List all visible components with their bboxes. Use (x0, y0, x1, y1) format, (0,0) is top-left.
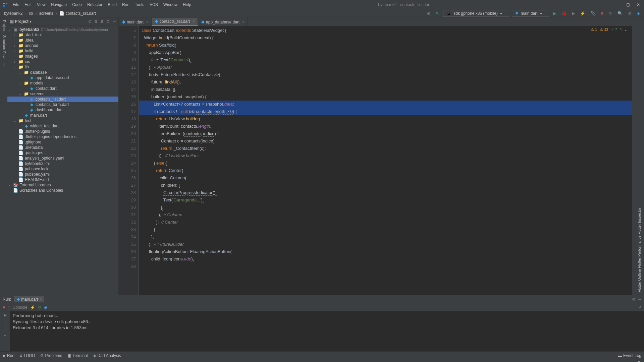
menu-vcs[interactable]: VCS (148, 1, 160, 8)
read-only-icon[interactable]: 🔓 (637, 361, 641, 362)
project-tool-button[interactable]: Project (2, 19, 7, 33)
select-opened-icon[interactable]: ⊙ (88, 19, 92, 24)
tree-item[interactable]: 📄.packages (7, 150, 118, 156)
hide-icon[interactable]: ─ (638, 297, 641, 302)
update-icon[interactable]: ⟳ (607, 11, 613, 16)
menu-build[interactable]: Build (106, 1, 119, 8)
tree-item[interactable]: ›📁android (7, 43, 118, 48)
tree-item[interactable]: ›📁images (7, 54, 118, 59)
wrap-icon[interactable]: ⤶ (3, 333, 7, 338)
problems-tool-button[interactable]: ⊘ Problems (40, 353, 62, 358)
tree-item[interactable]: ⌄📁test (7, 118, 118, 123)
hot-reload-icon[interactable]: ⚡ (30, 305, 35, 310)
expand-all-icon[interactable]: ⇅ (94, 19, 98, 24)
event-log-button[interactable]: ▬ Event Log (618, 353, 641, 358)
restart-icon[interactable]: ↻ (38, 305, 41, 310)
tool-windows-icon[interactable]: ▢ (3, 361, 6, 362)
search-icon[interactable]: 🔍 (616, 11, 624, 16)
close-button[interactable]: ✕ (635, 2, 641, 7)
run-tool-button[interactable]: ▶ Run (3, 353, 14, 358)
stop-icon[interactable]: ■ (600, 11, 605, 16)
structure-tool-button[interactable]: Structure Favorites (2, 34, 7, 68)
stop-icon[interactable]: ■ (3, 305, 5, 310)
tree-item[interactable]: ◆app_database.dart (7, 75, 118, 80)
add-config-icon[interactable]: ⊕ (426, 11, 432, 16)
editor-tab[interactable]: contacts_list.dart × (152, 18, 198, 26)
devtools-icon[interactable]: ◉ (44, 305, 47, 310)
run-tab[interactable]: main.dart × (14, 296, 44, 302)
attach-icon[interactable]: 📎 (589, 11, 597, 16)
settings-icon[interactable]: ⚙ (632, 297, 636, 302)
chevron-up-icon[interactable]: ^ (620, 28, 622, 32)
scrollbar[interactable] (632, 26, 637, 295)
tree-item[interactable]: 📄.metadata (7, 145, 118, 150)
tree-item[interactable]: ◆dashboard.dart (7, 107, 118, 113)
device-selector[interactable]: 📱 sdk gphone x86 (mobile) ▾ (443, 10, 509, 17)
flutter-inspector-icon[interactable]: ◈ (636, 11, 641, 16)
collapse-all-icon[interactable]: ⇵ (100, 19, 104, 24)
terminal-tool-button[interactable]: ▣ Terminal (67, 353, 88, 358)
menu-help[interactable]: Help (181, 1, 193, 8)
soft-wrap-icon[interactable]: ⤶ (638, 305, 641, 310)
project-view-icon[interactable]: ▦ (10, 19, 14, 24)
tree-item[interactable]: 📄bytebank2.iml (7, 161, 118, 166)
tree-item[interactable]: ›📁.dart_tool (7, 32, 118, 38)
maximize-button[interactable]: ▢ (625, 2, 631, 7)
console-tab[interactable]: ▢ Console (8, 305, 27, 310)
tree-item[interactable]: ›📁ios (7, 59, 118, 64)
tree-item[interactable]: 📄analysis_options.yaml (7, 156, 118, 161)
tree-item[interactable]: 📄.flutter-plugins-dependencies (7, 134, 118, 139)
tree-item[interactable]: 📄pubspec.lock (7, 166, 118, 172)
menu-tools[interactable]: Tools (133, 1, 146, 8)
tree-item[interactable]: ◆contact.dart (7, 86, 118, 91)
menu-file[interactable]: File (11, 1, 21, 8)
console-output[interactable]: Performing hot reload...Syncing files to… (10, 311, 644, 351)
tree-item[interactable]: ›📁build (7, 48, 118, 54)
settings-icon[interactable]: ⚙ (627, 11, 633, 16)
down-icon[interactable]: ↓ (4, 326, 6, 331)
menu-run[interactable]: Run (120, 1, 131, 8)
menu-view[interactable]: View (35, 1, 48, 8)
editor-tab[interactable]: main.dart × (119, 18, 152, 26)
menu-navigate[interactable]: Navigate (49, 1, 69, 8)
tree-item[interactable]: 📄README.md (7, 177, 118, 182)
project-panel-title[interactable]: Project (15, 19, 29, 24)
flutter-outline-button[interactable]: Flutter Outline Flutter Performance Flut… (637, 206, 642, 294)
tree-item[interactable]: ⌄📁models (7, 80, 118, 86)
rerun-icon[interactable]: ▶ (4, 313, 7, 317)
run-config-selector[interactable]: main.dart ▾ (512, 10, 549, 17)
editor[interactable]: 5789101112131415161718192021222324252627… (119, 26, 637, 295)
run-icon[interactable]: ▶ (552, 11, 557, 16)
coverage-icon[interactable]: ▶ (571, 11, 576, 16)
settings-icon[interactable]: ⚙ (106, 19, 110, 24)
menu-edit[interactable]: Edit (22, 1, 34, 8)
inspection-widget[interactable]: ⚠ 1 ⚠ 12 ✓ 7 ^ ⌄ (591, 27, 627, 32)
menu-refactor[interactable]: Refactor (85, 1, 104, 8)
tree-item[interactable]: 📄.gitignore (7, 139, 118, 145)
project-root[interactable]: ⌄ ▣ bytebank2 C:\Users\johns\Desktop\Est… (7, 27, 118, 32)
back-icon[interactable]: ↖ (434, 11, 440, 16)
tree-item[interactable]: ◆contatcs_form.dart (7, 102, 118, 107)
todo-tool-button[interactable]: ≡ TODO (20, 353, 35, 358)
chevron-down-icon[interactable]: ⌄ (624, 27, 627, 32)
debug-icon[interactable]: 🐞 (560, 11, 568, 16)
hide-icon[interactable]: ─ (113, 19, 116, 24)
menu-code[interactable]: Code (70, 1, 84, 8)
tree-item[interactable]: ◆widget_test.dart (7, 123, 118, 129)
code-area[interactable]: class ContactList extends StatelessWidge… (139, 26, 637, 295)
up-icon[interactable]: ↑ (4, 319, 6, 324)
external-libraries[interactable]: ›📚External Libraries (7, 182, 118, 188)
menu-window[interactable]: Window (161, 1, 180, 8)
breadcrumb[interactable]: bytebank2 › lib › screens › 📄 contacts_l… (3, 11, 97, 16)
line-gutter[interactable]: 5789101112131415161718192021222324252627… (119, 26, 139, 295)
scratches[interactable]: 📄Scratches and Consoles (7, 188, 118, 193)
tree-item[interactable]: ⌄📁database (7, 70, 118, 75)
editor-tab[interactable]: app_database.dart × (198, 18, 248, 26)
tree-item[interactable]: ◆contacts_list.dart (7, 97, 118, 102)
minimize-button[interactable]: ─ (615, 2, 621, 7)
tree-item[interactable]: 📄pubspec.yaml (7, 172, 118, 177)
tree-item[interactable]: 📄.flutter-plugins (7, 129, 118, 134)
project-tree[interactable]: ⌄ ▣ bytebank2 C:\Users\johns\Desktop\Est… (7, 25, 118, 295)
dart-analysis-tool-button[interactable]: ◈ Dart Analysis (93, 353, 121, 358)
tree-item[interactable]: ⌄📁lib (7, 64, 118, 70)
